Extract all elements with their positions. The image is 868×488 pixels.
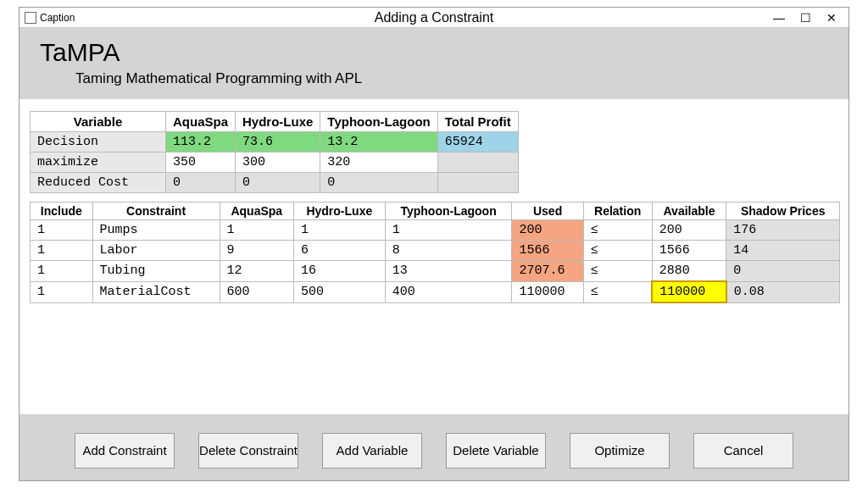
col-header: Shadow Prices xyxy=(726,202,840,220)
maximize-icon[interactable]: ☐ xyxy=(800,11,811,25)
constraint-table: Include Constraint AquaSpa Hydro-Luxe Ty… xyxy=(30,202,840,303)
cell[interactable]: 350 xyxy=(166,152,236,173)
app-subtitle: Taming Mathematical Programming with APL xyxy=(75,70,828,87)
cell[interactable]: ≤ xyxy=(583,261,652,282)
cell[interactable]: 14 xyxy=(726,241,840,261)
row-label: Reduced Cost xyxy=(31,173,166,193)
cell[interactable]: 500 xyxy=(293,281,385,302)
cell xyxy=(437,152,518,173)
cell[interactable]: 1 xyxy=(293,220,385,241)
window-caption: Caption xyxy=(40,12,75,24)
cell[interactable]: 6 xyxy=(293,241,385,261)
table-row[interactable]: 1 Labor 9 6 8 1566 ≤ 1566 14 xyxy=(31,241,840,261)
titlebar-title: Adding a Constraint xyxy=(375,10,494,25)
cell[interactable]: 2880 xyxy=(652,261,726,282)
col-header: Available xyxy=(652,202,726,220)
delete-variable-button[interactable]: Delete Variable xyxy=(446,433,546,469)
variable-table: Variable AquaSpa Hydro-Luxe Typhoon-Lago… xyxy=(30,111,519,193)
cell[interactable]: 73.6 xyxy=(236,132,320,152)
cell[interactable]: 300 xyxy=(236,152,320,173)
cell[interactable]: 16 xyxy=(293,261,385,282)
titlebar: Caption Adding a Constraint — ☐ ✕ xyxy=(19,8,849,28)
cell[interactable]: Pumps xyxy=(92,220,220,241)
cell[interactable]: 0 xyxy=(236,173,320,193)
cell[interactable]: 320 xyxy=(320,152,437,173)
table-row[interactable]: maximize 350 300 320 xyxy=(31,152,519,173)
cell[interactable]: 400 xyxy=(385,281,512,302)
row-label: Decision xyxy=(31,132,166,152)
col-header: Total Profit xyxy=(437,112,518,132)
cell[interactable]: Tubing xyxy=(92,261,220,282)
cell[interactable]: 9 xyxy=(220,241,293,261)
cell[interactable]: 13 xyxy=(385,261,512,282)
cell xyxy=(437,173,518,193)
cell[interactable]: 113.2 xyxy=(166,132,236,152)
add-constraint-button[interactable]: Add Constraint xyxy=(75,433,175,469)
col-header: AquaSpa xyxy=(220,202,293,220)
cell[interactable]: 1 xyxy=(31,241,93,261)
cell[interactable]: 2707.6 xyxy=(512,261,583,282)
cancel-button[interactable]: Cancel xyxy=(693,433,793,469)
cell[interactable]: ≤ xyxy=(583,281,652,302)
col-header: Typhoon-Lagoon xyxy=(385,202,512,220)
app-icon xyxy=(25,12,36,24)
minimize-icon[interactable]: — xyxy=(773,11,785,25)
optimize-button[interactable]: Optimize xyxy=(570,433,670,469)
cell[interactable]: 110000 xyxy=(512,281,583,302)
delete-constraint-button[interactable]: Delete Constraint xyxy=(198,433,298,469)
table-row[interactable]: 1 MaterialCost 600 500 400 110000 ≤ 1100… xyxy=(31,281,840,302)
cell[interactable]: 8 xyxy=(385,241,512,261)
cell[interactable]: 1 xyxy=(31,281,93,302)
cell[interactable]: 1 xyxy=(31,261,93,282)
col-header: Constraint xyxy=(92,202,220,220)
row-label: maximize xyxy=(31,152,166,173)
cell[interactable]: 1 xyxy=(31,220,93,241)
col-header: Used xyxy=(512,202,583,220)
add-variable-button[interactable]: Add Variable xyxy=(322,433,422,469)
col-header: Hydro-Luxe xyxy=(236,112,320,132)
table-row[interactable]: Decision 113.2 73.6 13.2 65924 xyxy=(31,132,519,152)
cell[interactable]: 1 xyxy=(220,220,293,241)
col-header: Include xyxy=(31,202,93,220)
cell[interactable]: 0 xyxy=(320,173,437,193)
button-bar: Add Constraint Delete Constraint Add Var… xyxy=(19,414,849,480)
cell[interactable]: 176 xyxy=(726,220,840,241)
cell[interactable]: 0.08 xyxy=(726,281,840,302)
cell[interactable]: ≤ xyxy=(583,241,652,261)
cell[interactable]: 600 xyxy=(220,281,293,302)
cell[interactable]: ≤ xyxy=(583,220,652,241)
table-row[interactable]: 1 Tubing 12 16 13 2707.6 ≤ 2880 0 xyxy=(31,261,840,282)
content: Variable AquaSpa Hydro-Luxe Typhoon-Lago… xyxy=(19,99,849,315)
col-header: Typhoon-Lagoon xyxy=(320,112,437,132)
col-header: AquaSpa xyxy=(166,112,236,132)
app-window: Caption Adding a Constraint — ☐ ✕ TaMPA … xyxy=(19,7,849,481)
col-header: Hydro-Luxe xyxy=(293,202,385,220)
cell-selected[interactable]: 110000 xyxy=(652,281,726,302)
cell[interactable]: 1566 xyxy=(512,241,583,261)
cell[interactable]: 200 xyxy=(652,220,726,241)
cell[interactable]: 13.2 xyxy=(320,132,437,152)
table-row[interactable]: 1 Pumps 1 1 1 200 ≤ 200 176 xyxy=(31,220,840,241)
cell[interactable]: 0 xyxy=(726,261,840,282)
cell[interactable]: 1 xyxy=(385,220,512,241)
cell[interactable]: 12 xyxy=(220,261,293,282)
header: TaMPA Taming Mathematical Programming wi… xyxy=(19,28,849,99)
close-icon[interactable]: ✕ xyxy=(826,11,837,25)
cell[interactable]: 1566 xyxy=(652,241,726,261)
table-row[interactable]: Reduced Cost 0 0 0 xyxy=(31,173,519,193)
cell[interactable]: 0 xyxy=(166,173,236,193)
cell[interactable]: Labor xyxy=(92,241,220,261)
cell[interactable]: MaterialCost xyxy=(92,281,220,302)
col-header: Relation xyxy=(583,202,652,220)
cell[interactable]: 200 xyxy=(512,220,583,241)
app-title: TaMPA xyxy=(40,38,828,67)
cell[interactable]: 65924 xyxy=(437,132,518,152)
col-header: Variable xyxy=(31,112,166,132)
